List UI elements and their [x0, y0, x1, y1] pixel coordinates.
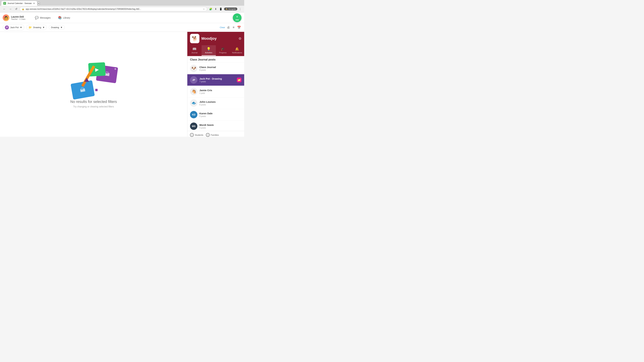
students-button[interactable]: + Students [190, 133, 203, 137]
tab-notifications[interactable]: 🔔 Notifications [230, 45, 244, 56]
list-item[interactable]: KD Karen Dale 5 posts [187, 109, 244, 120]
print-button[interactable]: 🖨 [226, 25, 230, 30]
section-title: Class Journal posts [187, 56, 244, 63]
incognito-label: Incognito [228, 8, 236, 10]
forward-button[interactable]: → [8, 7, 13, 11]
bookmark-icon[interactable]: ☆ [203, 8, 205, 10]
folder-icon: 📁 [28, 26, 32, 29]
new-tab-button[interactable]: + [38, 2, 40, 5]
class-journal-info: Class Journal 9 posts [200, 66, 242, 71]
avatar: 👩 [3, 14, 10, 21]
type-label: Drawing [51, 26, 59, 29]
user-name: Lauren Deli [11, 15, 26, 18]
karen-dale-count: 5 posts [200, 115, 242, 117]
clear-button[interactable]: Clear [220, 26, 225, 29]
jack-pot-name: Jack Pot - Drawing [200, 77, 235, 80]
browser-chrome: S Journal Calendar - Seesaw ✕ + ← → ↺ 🔒 … [0, 0, 244, 12]
journal-tab-icon: 📖 [192, 47, 196, 51]
class-journal-count: 9 posts [200, 69, 242, 71]
screen-button[interactable]: 📱 [218, 7, 223, 11]
notifications-tab-label: Notifications [232, 52, 242, 54]
families-button[interactable]: + Families [206, 133, 219, 137]
square-decoration [95, 89, 98, 91]
active-tab[interactable]: S Journal Calendar - Seesaw ✕ [1, 1, 37, 6]
john-louises-name: John Louises [200, 100, 242, 103]
john-louises-info: John Louises 6 posts [200, 100, 242, 106]
karen-dale-info: Karen Dale 5 posts [200, 112, 242, 117]
messages-link[interactable]: 💬 Messages [33, 15, 53, 21]
no-results-title: No results for selected filters [70, 99, 117, 104]
library-link[interactable]: 📚 Library [56, 15, 72, 21]
content-area: 🏔 🏔 ▶ No results for selected filters Tr… [0, 32, 187, 137]
families-plus-icon: + [206, 133, 210, 137]
triangle-decoration [84, 78, 89, 82]
sidebar-tabs: 📖 Journal 💡 Activities 🎓 Progress 🔔 Noti… [187, 45, 244, 56]
notifications-tab-icon: 🔔 [235, 47, 239, 51]
tab-progress[interactable]: 🎓 Progress [216, 45, 230, 56]
main-content: 🏔 🏔 ▶ No results for selected filters Tr… [0, 32, 244, 137]
list-item[interactable]: 🐶 Class Journal 9 posts [187, 63, 244, 74]
filter-actions: Clear 🖨 ≡ 📅 [220, 25, 242, 30]
library-icon: 📚 [58, 16, 62, 19]
karen-dale-name: Karen Dale [200, 112, 242, 115]
john-louises-avatar: 🐟 [190, 99, 198, 107]
families-label: Families [211, 134, 219, 136]
add-label: Add [236, 19, 239, 21]
jamie-cris-info: Jamie Cris 1 post [200, 89, 242, 94]
folder-dropdown-icon: ▼ [42, 26, 44, 29]
jamie-cris-count: 1 post [200, 92, 242, 94]
jamie-cris-name: Jamie Cris [200, 89, 242, 92]
student-filter[interactable]: JP Jack Pot ▼ [3, 24, 24, 30]
type-filter[interactable]: Drawing ▼ [49, 25, 65, 30]
karen-dale-avatar: KD [190, 111, 198, 118]
settings-icon[interactable]: ⚙ [238, 36, 242, 40]
journal-tab-label: Journal [191, 52, 198, 54]
folder-pink-icon: 📁 [237, 78, 242, 82]
john-louises-count: 6 posts [200, 104, 242, 106]
tab-activities[interactable]: 💡 Activities [202, 45, 216, 56]
messages-label: Messages [40, 16, 51, 19]
filter-bar: JP Jack Pot ▼ 📁 Drawing ▼ Drawing ▼ Clea… [0, 23, 244, 32]
sidebar: 🐕 Moodjoy ⚙ 📖 Journal 💡 Activities 🎓 Pro… [187, 32, 244, 137]
student-avatar: JP [5, 25, 9, 29]
address-bar[interactable]: 🔒 ☆ [20, 7, 207, 11]
progress-tab-icon: 🎓 [221, 47, 225, 51]
tab-bar: S Journal Calendar - Seesaw ✕ + [0, 0, 244, 6]
incognito-badge: 🕵 Incognito [224, 7, 237, 10]
no-results-illustration: 🏔 🏔 ▶ [68, 63, 119, 99]
tab-title: Journal Calendar - Seesaw [8, 2, 32, 4]
tab-journal[interactable]: 📖 Journal [187, 45, 202, 56]
students-label: Students [195, 134, 203, 136]
back-button[interactable]: ← [2, 7, 7, 11]
sidebar-header: 🐕 Moodjoy ⚙ 📖 Journal 💡 Activities 🎓 Pro… [187, 32, 244, 56]
add-plus-icon: + [236, 14, 238, 19]
list-item[interactable]: 🐴 Jamie Cris 1 post [187, 86, 244, 97]
calendar-view-button[interactable]: 📅 [236, 25, 242, 30]
moodjoy-logo: 🐕 [190, 34, 200, 43]
list-item[interactable]: MS Mordi Seem 5 posts [187, 120, 244, 131]
user-info: 👩 Lauren Deli Teacher - 1 Class [3, 14, 30, 21]
url-input[interactable] [26, 8, 202, 10]
list-view-button[interactable]: ≡ [232, 25, 235, 30]
browser-nav-bar: ← → ↺ 🔒 ☆ 🧩 ⬇ 📱 🕵 Incognito ⋮ [0, 6, 244, 12]
user-details: Lauren Deli Teacher - 1 Class [11, 15, 26, 20]
student-dropdown-icon: ▼ [20, 26, 22, 29]
add-button[interactable]: + Add [233, 13, 242, 22]
extensions-button[interactable]: 🧩 [208, 7, 213, 11]
menu-button[interactable]: ⋮ [238, 7, 242, 11]
app-header: 👩 Lauren Deli Teacher - 1 Class 💬 Messag… [0, 12, 244, 23]
progress-tab-label: Progress [219, 52, 226, 54]
mountain-icon-blue: 🏔 [80, 86, 86, 93]
lock-icon: 🔒 [22, 8, 24, 10]
refresh-button[interactable]: ↺ [14, 7, 18, 11]
download-button[interactable]: ⬇ [214, 7, 218, 11]
sidebar-content: 🐶 Class Journal 9 posts JP Jack Pot - Dr… [187, 63, 244, 131]
moodjoy-banner: 🐕 Moodjoy ⚙ [187, 32, 244, 45]
mordi-seem-avatar: MS [190, 122, 198, 130]
list-item[interactable]: JP Jack Pot - Drawing 7 posts 📁 [187, 74, 244, 86]
list-item[interactable]: 🐟 John Louises 6 posts [187, 97, 244, 109]
close-tab-button[interactable]: ✕ [33, 2, 35, 5]
messages-icon: 💬 [35, 16, 38, 19]
folder-filter[interactable]: 📁 Drawing ▼ [26, 25, 47, 30]
user-role: Teacher - 1 Class [11, 18, 26, 20]
